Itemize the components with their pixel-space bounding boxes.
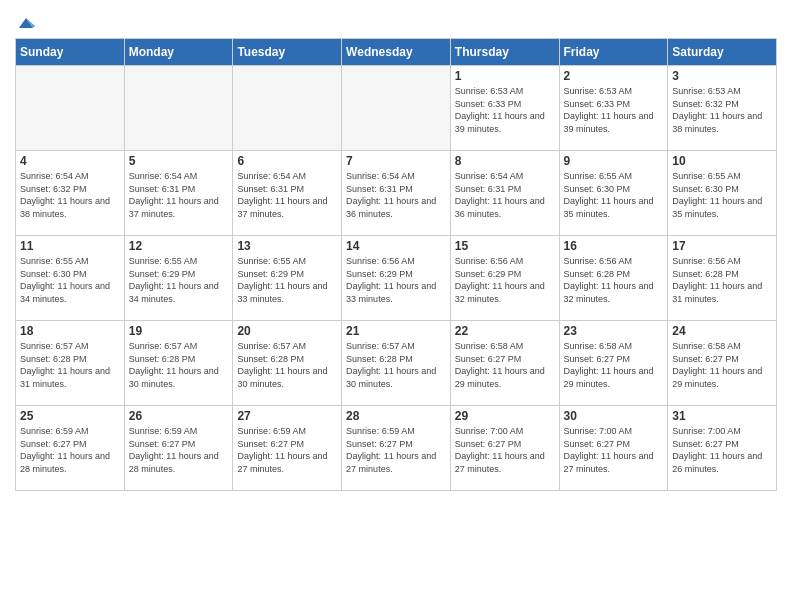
- table-row: 4Sunrise: 6:54 AMSunset: 6:32 PMDaylight…: [16, 151, 125, 236]
- table-row: 23Sunrise: 6:58 AMSunset: 6:27 PMDayligh…: [559, 321, 668, 406]
- header-tuesday: Tuesday: [233, 39, 342, 66]
- table-row: 15Sunrise: 6:56 AMSunset: 6:29 PMDayligh…: [450, 236, 559, 321]
- calendar-body: 1Sunrise: 6:53 AMSunset: 6:33 PMDaylight…: [16, 66, 777, 491]
- table-row: 17Sunrise: 6:56 AMSunset: 6:28 PMDayligh…: [668, 236, 777, 321]
- table-row: 2Sunrise: 6:53 AMSunset: 6:33 PMDaylight…: [559, 66, 668, 151]
- table-row: 16Sunrise: 6:56 AMSunset: 6:28 PMDayligh…: [559, 236, 668, 321]
- table-row: 3Sunrise: 6:53 AMSunset: 6:32 PMDaylight…: [668, 66, 777, 151]
- header-wednesday: Wednesday: [342, 39, 451, 66]
- header-thursday: Thursday: [450, 39, 559, 66]
- table-row: [124, 66, 233, 151]
- table-row: [16, 66, 125, 151]
- table-row: 20Sunrise: 6:57 AMSunset: 6:28 PMDayligh…: [233, 321, 342, 406]
- table-row: [342, 66, 451, 151]
- table-row: 28Sunrise: 6:59 AMSunset: 6:27 PMDayligh…: [342, 406, 451, 491]
- table-row: 19Sunrise: 6:57 AMSunset: 6:28 PMDayligh…: [124, 321, 233, 406]
- table-row: 29Sunrise: 7:00 AMSunset: 6:27 PMDayligh…: [450, 406, 559, 491]
- table-row: 30Sunrise: 7:00 AMSunset: 6:27 PMDayligh…: [559, 406, 668, 491]
- table-row: 12Sunrise: 6:55 AMSunset: 6:29 PMDayligh…: [124, 236, 233, 321]
- header-monday: Monday: [124, 39, 233, 66]
- table-row: 5Sunrise: 6:54 AMSunset: 6:31 PMDaylight…: [124, 151, 233, 236]
- table-row: 7Sunrise: 6:54 AMSunset: 6:31 PMDaylight…: [342, 151, 451, 236]
- table-row: 25Sunrise: 6:59 AMSunset: 6:27 PMDayligh…: [16, 406, 125, 491]
- table-row: 24Sunrise: 6:58 AMSunset: 6:27 PMDayligh…: [668, 321, 777, 406]
- calendar-header: Sunday Monday Tuesday Wednesday Thursday…: [16, 39, 777, 66]
- table-row: 9Sunrise: 6:55 AMSunset: 6:30 PMDaylight…: [559, 151, 668, 236]
- table-row: 11Sunrise: 6:55 AMSunset: 6:30 PMDayligh…: [16, 236, 125, 321]
- table-row: 18Sunrise: 6:57 AMSunset: 6:28 PMDayligh…: [16, 321, 125, 406]
- logo-icon: [17, 14, 35, 32]
- table-row: 10Sunrise: 6:55 AMSunset: 6:30 PMDayligh…: [668, 151, 777, 236]
- table-row: 21Sunrise: 6:57 AMSunset: 6:28 PMDayligh…: [342, 321, 451, 406]
- header-saturday: Saturday: [668, 39, 777, 66]
- logo: [15, 16, 35, 32]
- page-header: [15, 10, 777, 32]
- table-row: 22Sunrise: 6:58 AMSunset: 6:27 PMDayligh…: [450, 321, 559, 406]
- table-row: 1Sunrise: 6:53 AMSunset: 6:33 PMDaylight…: [450, 66, 559, 151]
- table-row: 14Sunrise: 6:56 AMSunset: 6:29 PMDayligh…: [342, 236, 451, 321]
- table-row: 8Sunrise: 6:54 AMSunset: 6:31 PMDaylight…: [450, 151, 559, 236]
- calendar-table: Sunday Monday Tuesday Wednesday Thursday…: [15, 38, 777, 491]
- table-row: 31Sunrise: 7:00 AMSunset: 6:27 PMDayligh…: [668, 406, 777, 491]
- table-row: 27Sunrise: 6:59 AMSunset: 6:27 PMDayligh…: [233, 406, 342, 491]
- table-row: [233, 66, 342, 151]
- table-row: 6Sunrise: 6:54 AMSunset: 6:31 PMDaylight…: [233, 151, 342, 236]
- header-friday: Friday: [559, 39, 668, 66]
- table-row: 26Sunrise: 6:59 AMSunset: 6:27 PMDayligh…: [124, 406, 233, 491]
- table-row: 13Sunrise: 6:55 AMSunset: 6:29 PMDayligh…: [233, 236, 342, 321]
- header-sunday: Sunday: [16, 39, 125, 66]
